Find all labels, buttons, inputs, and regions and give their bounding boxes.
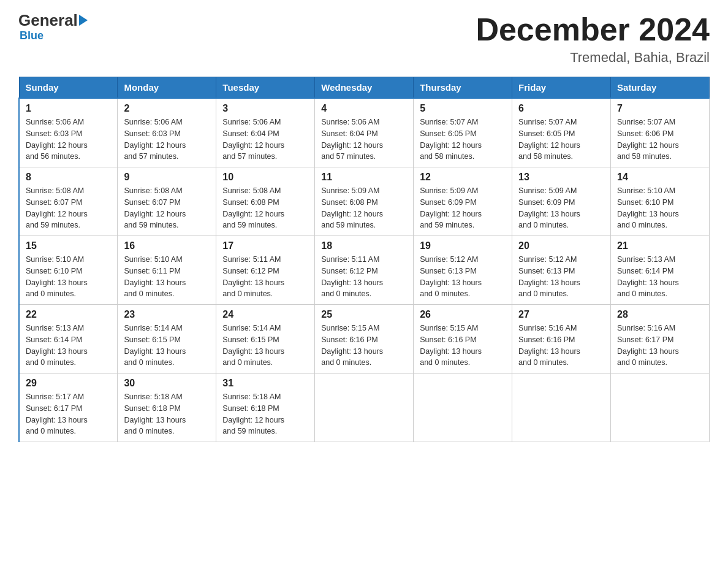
calendar-cell: 22Sunrise: 5:13 AMSunset: 6:14 PMDayligh… bbox=[19, 305, 118, 373]
day-number: 5 bbox=[420, 103, 506, 114]
calendar-cell: 15Sunrise: 5:10 AMSunset: 6:10 PMDayligh… bbox=[19, 236, 118, 305]
logo-general-text: General bbox=[18, 12, 78, 28]
day-info: Sunrise: 5:07 AMSunset: 6:06 PMDaylight:… bbox=[617, 117, 703, 163]
day-info: Sunrise: 5:16 AMSunset: 6:17 PMDaylight:… bbox=[617, 323, 703, 369]
day-info: Sunrise: 5:13 AMSunset: 6:14 PMDaylight:… bbox=[617, 254, 703, 300]
calendar-cell: 3Sunrise: 5:06 AMSunset: 6:04 PMDaylight… bbox=[216, 98, 315, 167]
logo-arrow-icon bbox=[79, 15, 88, 26]
day-number: 16 bbox=[124, 240, 210, 251]
day-info: Sunrise: 5:13 AMSunset: 6:14 PMDaylight:… bbox=[26, 323, 111, 369]
day-number: 28 bbox=[617, 309, 703, 320]
calendar-cell: 13Sunrise: 5:09 AMSunset: 6:09 PMDayligh… bbox=[512, 167, 611, 236]
day-info: Sunrise: 5:06 AMSunset: 6:03 PMDaylight:… bbox=[26, 117, 111, 163]
day-number: 8 bbox=[26, 172, 111, 183]
day-info: Sunrise: 5:10 AMSunset: 6:10 PMDaylight:… bbox=[26, 254, 111, 300]
day-info: Sunrise: 5:07 AMSunset: 6:05 PMDaylight:… bbox=[518, 117, 604, 163]
day-number: 31 bbox=[222, 378, 308, 389]
day-info: Sunrise: 5:18 AMSunset: 6:18 PMDaylight:… bbox=[124, 391, 210, 437]
day-info: Sunrise: 5:14 AMSunset: 6:15 PMDaylight:… bbox=[222, 323, 308, 369]
day-number: 25 bbox=[321, 309, 407, 320]
calendar-cell: 21Sunrise: 5:13 AMSunset: 6:14 PMDayligh… bbox=[611, 236, 710, 305]
day-info: Sunrise: 5:06 AMSunset: 6:03 PMDaylight:… bbox=[124, 117, 210, 163]
calendar-week-row: 8Sunrise: 5:08 AMSunset: 6:07 PMDaylight… bbox=[19, 167, 710, 236]
day-info: Sunrise: 5:09 AMSunset: 6:09 PMDaylight:… bbox=[420, 185, 506, 231]
calendar-cell: 16Sunrise: 5:10 AMSunset: 6:11 PMDayligh… bbox=[118, 236, 216, 305]
day-info: Sunrise: 5:07 AMSunset: 6:05 PMDaylight:… bbox=[420, 117, 506, 163]
calendar-cell: 7Sunrise: 5:07 AMSunset: 6:06 PMDaylight… bbox=[611, 98, 710, 167]
calendar-cell: 24Sunrise: 5:14 AMSunset: 6:15 PMDayligh… bbox=[216, 305, 315, 373]
calendar-cell: 4Sunrise: 5:06 AMSunset: 6:04 PMDaylight… bbox=[315, 98, 414, 167]
day-info: Sunrise: 5:15 AMSunset: 6:16 PMDaylight:… bbox=[321, 323, 407, 369]
calendar-cell bbox=[315, 373, 414, 442]
title-block: December 2024 Tremedal, Bahia, Brazil bbox=[476, 12, 710, 66]
calendar-cell: 23Sunrise: 5:14 AMSunset: 6:15 PMDayligh… bbox=[118, 305, 216, 373]
day-number: 24 bbox=[222, 309, 308, 320]
day-number: 30 bbox=[124, 378, 210, 389]
calendar-cell: 27Sunrise: 5:16 AMSunset: 6:16 PMDayligh… bbox=[512, 305, 611, 373]
day-number: 2 bbox=[124, 103, 210, 114]
calendar-cell: 12Sunrise: 5:09 AMSunset: 6:09 PMDayligh… bbox=[414, 167, 512, 236]
calendar-cell: 29Sunrise: 5:17 AMSunset: 6:17 PMDayligh… bbox=[19, 373, 118, 442]
calendar-cell: 28Sunrise: 5:16 AMSunset: 6:17 PMDayligh… bbox=[611, 305, 710, 373]
day-number: 27 bbox=[518, 309, 604, 320]
day-number: 26 bbox=[420, 309, 506, 320]
day-number: 13 bbox=[518, 172, 604, 183]
day-info: Sunrise: 5:09 AMSunset: 6:08 PMDaylight:… bbox=[321, 185, 407, 231]
day-number: 23 bbox=[124, 309, 210, 320]
column-header-monday: Monday bbox=[118, 77, 216, 99]
calendar-cell: 2Sunrise: 5:06 AMSunset: 6:03 PMDaylight… bbox=[118, 98, 216, 167]
day-number: 29 bbox=[26, 378, 111, 389]
calendar-cell: 18Sunrise: 5:11 AMSunset: 6:12 PMDayligh… bbox=[315, 236, 414, 305]
day-number: 12 bbox=[420, 172, 506, 183]
day-info: Sunrise: 5:12 AMSunset: 6:13 PMDaylight:… bbox=[420, 254, 506, 300]
day-info: Sunrise: 5:16 AMSunset: 6:16 PMDaylight:… bbox=[518, 323, 604, 369]
calendar-table: SundayMondayTuesdayWednesdayThursdayFrid… bbox=[18, 77, 710, 442]
day-number: 21 bbox=[617, 240, 703, 251]
day-number: 6 bbox=[518, 103, 604, 114]
column-header-sunday: Sunday bbox=[19, 77, 118, 99]
day-number: 11 bbox=[321, 172, 407, 183]
day-info: Sunrise: 5:10 AMSunset: 6:11 PMDaylight:… bbox=[124, 254, 210, 300]
page-header: General Blue December 2024 Tremedal, Bah… bbox=[18, 12, 710, 66]
day-info: Sunrise: 5:11 AMSunset: 6:12 PMDaylight:… bbox=[321, 254, 407, 300]
day-number: 18 bbox=[321, 240, 407, 251]
day-info: Sunrise: 5:09 AMSunset: 6:09 PMDaylight:… bbox=[518, 185, 604, 231]
day-number: 7 bbox=[617, 103, 703, 114]
day-number: 4 bbox=[321, 103, 407, 114]
day-info: Sunrise: 5:06 AMSunset: 6:04 PMDaylight:… bbox=[321, 117, 407, 163]
calendar-cell: 6Sunrise: 5:07 AMSunset: 6:05 PMDaylight… bbox=[512, 98, 611, 167]
logo-blue-text: Blue bbox=[20, 29, 44, 42]
day-info: Sunrise: 5:15 AMSunset: 6:16 PMDaylight:… bbox=[420, 323, 506, 369]
page-title: December 2024 bbox=[476, 12, 710, 47]
day-number: 10 bbox=[222, 172, 308, 183]
column-header-tuesday: Tuesday bbox=[216, 77, 315, 99]
day-number: 9 bbox=[124, 172, 210, 183]
day-number: 20 bbox=[518, 240, 604, 251]
day-info: Sunrise: 5:10 AMSunset: 6:10 PMDaylight:… bbox=[617, 185, 703, 231]
column-header-thursday: Thursday bbox=[414, 77, 512, 99]
calendar-week-row: 29Sunrise: 5:17 AMSunset: 6:17 PMDayligh… bbox=[19, 373, 710, 442]
day-info: Sunrise: 5:12 AMSunset: 6:13 PMDaylight:… bbox=[518, 254, 604, 300]
column-header-saturday: Saturday bbox=[611, 77, 710, 99]
calendar-cell: 9Sunrise: 5:08 AMSunset: 6:07 PMDaylight… bbox=[118, 167, 216, 236]
calendar-cell: 25Sunrise: 5:15 AMSunset: 6:16 PMDayligh… bbox=[315, 305, 414, 373]
calendar-week-row: 22Sunrise: 5:13 AMSunset: 6:14 PMDayligh… bbox=[19, 305, 710, 373]
day-info: Sunrise: 5:18 AMSunset: 6:18 PMDaylight:… bbox=[222, 391, 308, 437]
calendar-cell: 19Sunrise: 5:12 AMSunset: 6:13 PMDayligh… bbox=[414, 236, 512, 305]
page-subtitle: Tremedal, Bahia, Brazil bbox=[476, 50, 710, 66]
calendar-cell: 5Sunrise: 5:07 AMSunset: 6:05 PMDaylight… bbox=[414, 98, 512, 167]
calendar-cell: 26Sunrise: 5:15 AMSunset: 6:16 PMDayligh… bbox=[414, 305, 512, 373]
day-number: 22 bbox=[26, 309, 111, 320]
column-header-wednesday: Wednesday bbox=[315, 77, 414, 99]
day-info: Sunrise: 5:11 AMSunset: 6:12 PMDaylight:… bbox=[222, 254, 308, 300]
day-number: 19 bbox=[420, 240, 506, 251]
column-header-friday: Friday bbox=[512, 77, 611, 99]
calendar-cell: 31Sunrise: 5:18 AMSunset: 6:18 PMDayligh… bbox=[216, 373, 315, 442]
day-number: 14 bbox=[617, 172, 703, 183]
calendar-header-row: SundayMondayTuesdayWednesdayThursdayFrid… bbox=[19, 77, 710, 99]
day-info: Sunrise: 5:14 AMSunset: 6:15 PMDaylight:… bbox=[124, 323, 210, 369]
calendar-cell: 20Sunrise: 5:12 AMSunset: 6:13 PMDayligh… bbox=[512, 236, 611, 305]
day-info: Sunrise: 5:08 AMSunset: 6:07 PMDaylight:… bbox=[26, 185, 111, 231]
day-number: 15 bbox=[26, 240, 111, 251]
day-info: Sunrise: 5:08 AMSunset: 6:08 PMDaylight:… bbox=[222, 185, 308, 231]
